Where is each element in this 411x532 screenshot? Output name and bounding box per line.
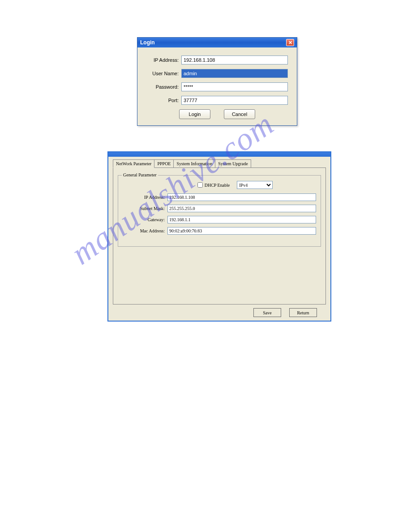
config-window: NetWork Parameter PPPOE System Informati… xyxy=(107,151,331,322)
config-subnet-input[interactable] xyxy=(167,205,316,212)
login-titlebar: Login ✕ xyxy=(137,38,297,47)
port-input[interactable] xyxy=(181,96,288,105)
tab-network-parameter[interactable]: NetWork Parameter xyxy=(113,159,154,168)
tab-system-information[interactable]: System Information xyxy=(173,159,215,168)
login-dialog: Login ✕ IP Address: User Name: Password:… xyxy=(137,37,297,126)
dhcp-enable-checkbox[interactable] xyxy=(197,182,203,188)
login-title: Login xyxy=(140,39,155,46)
tab-strip: NetWork Parameter PPPOE System Informati… xyxy=(113,159,326,168)
config-titlebar xyxy=(108,152,330,157)
ip-version-select[interactable]: IPv4 xyxy=(237,181,273,189)
port-row: Port: xyxy=(146,96,288,105)
ip-address-label: IP Address: xyxy=(146,57,181,63)
config-ip-row: IP Address: xyxy=(123,193,316,201)
dhcp-enable-label[interactable]: DHCP Enable xyxy=(197,182,230,188)
ip-row: IP Address: xyxy=(146,56,288,64)
close-icon: ✕ xyxy=(288,40,292,46)
login-button-row: Login Cancel xyxy=(146,109,288,119)
return-button[interactable]: Return xyxy=(289,308,317,317)
login-body: IP Address: User Name: Password: Port: L… xyxy=(137,47,297,125)
ip-address-input[interactable] xyxy=(181,56,288,64)
general-parameter-group: General Parameter DHCP Enable IPv4 IP Ad… xyxy=(118,175,321,247)
dhcp-label-text: DHCP Enable xyxy=(205,183,230,188)
group-legend: General Parameter xyxy=(122,172,158,177)
tab-content: General Parameter DHCP Enable IPv4 IP Ad… xyxy=(113,167,326,305)
username-label: User Name: xyxy=(146,71,181,76)
username-row: User Name: xyxy=(146,69,288,78)
port-label: Port: xyxy=(146,98,181,103)
config-gateway-label: Gateway: xyxy=(123,217,167,222)
config-ip-input[interactable] xyxy=(167,193,316,201)
save-button[interactable]: Save xyxy=(253,308,281,317)
config-body: NetWork Parameter PPPOE System Informati… xyxy=(108,157,330,321)
config-ip-label: IP Address: xyxy=(123,195,167,200)
tab-pppoe[interactable]: PPPOE xyxy=(154,159,174,168)
config-button-row: Save Return xyxy=(113,305,326,317)
close-button[interactable]: ✕ xyxy=(286,39,294,46)
config-mac-input[interactable] xyxy=(167,227,316,235)
config-mac-label: Mac Address: xyxy=(123,228,167,233)
config-subnet-label: Subnet Mask: xyxy=(123,206,167,211)
login-button[interactable]: Login xyxy=(179,109,210,119)
config-subnet-row: Subnet Mask: xyxy=(123,205,316,212)
config-gateway-row: Gateway: xyxy=(123,216,316,223)
password-label: Password: xyxy=(146,84,181,90)
dhcp-row: DHCP Enable IPv4 xyxy=(154,181,316,189)
username-input[interactable] xyxy=(181,69,288,78)
config-mac-row: Mac Address: xyxy=(123,227,316,235)
tab-system-upgrade[interactable]: System Upgrade xyxy=(215,159,251,168)
cancel-button[interactable]: Cancel xyxy=(224,109,255,119)
config-gateway-input[interactable] xyxy=(167,216,316,223)
password-row: Password: xyxy=(146,82,288,91)
password-input[interactable] xyxy=(181,82,288,91)
